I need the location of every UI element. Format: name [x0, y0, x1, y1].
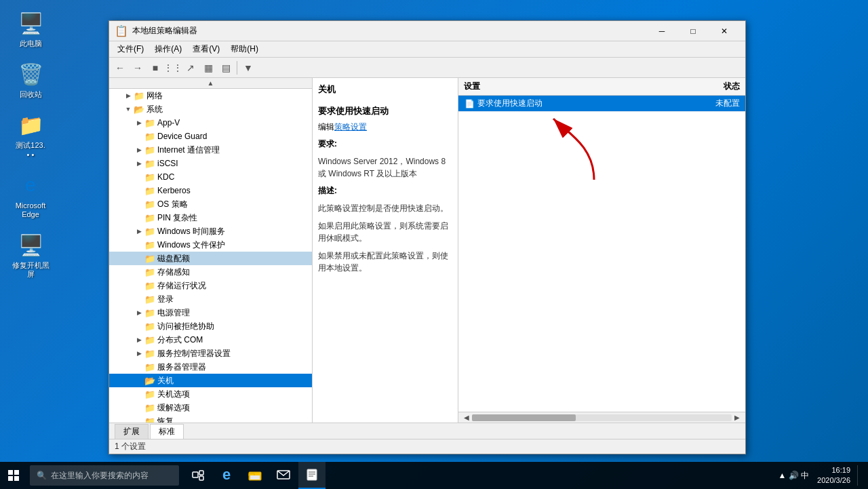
tree-toggle-dcom[interactable]: ▶ — [134, 334, 144, 345]
desktop-icon-folder-test[interactable]: 📁 测试123.• • — [7, 109, 54, 161]
middle-policy-link[interactable]: 策略设置 — [334, 122, 367, 132]
computer-icon: 🖥️ — [17, 9, 44, 37]
right-scrollbar[interactable]: ◀ ▶ — [458, 412, 745, 423]
tree-item-svcctrl[interactable]: ▶ 📁 服务控制管理器设置 — [109, 347, 312, 360]
maximize-button[interactable]: □ — [677, 21, 709, 41]
tree-toggle-network[interactable]: ▶ — [123, 90, 134, 101]
main-window: 📋 本地组策略编辑器 ─ □ ✕ 文件(F) 操作(A) 查看(V) 帮助(H)… — [108, 20, 746, 454]
view1-button[interactable]: ⋮⋮ — [165, 60, 181, 76]
tree-item-pin[interactable]: 📁 PIN 复杂性 — [109, 211, 312, 224]
tree-toggle-internet[interactable]: ▶ — [134, 144, 144, 155]
tree-item-winfileprotect[interactable]: 📁 Windows 文件保护 — [109, 238, 312, 252]
menu-view[interactable]: 查看(V) — [187, 42, 225, 56]
tree-item-recovery[interactable]: 📁 恢复 — [109, 414, 312, 423]
tree-item-iscsi[interactable]: ▶ 📁 iSCSI — [109, 157, 312, 170]
folder-icon-mitigate: 📁 — [144, 403, 155, 413]
up-button[interactable]: ■ — [147, 60, 163, 76]
scroll-right-button[interactable]: ▶ — [732, 412, 743, 423]
tree-toggle-powermgmt[interactable]: ▶ — [134, 307, 144, 318]
middle-edit-label: 编辑 — [318, 122, 334, 132]
desktop-icon-app[interactable]: 🖥️ 修复开机黑屏 — [7, 229, 54, 281]
taskbar-app-edge[interactable]: e — [213, 462, 240, 489]
tree-toggle-system[interactable]: ▼ — [123, 104, 134, 115]
svg-rect-2 — [14, 470, 19, 475]
folder-icon-appv: 📁 — [144, 118, 155, 128]
tree-scroll-up[interactable]: ▲ — [109, 78, 312, 89]
tree-item-shutdownopts[interactable]: 📁 关机选项 — [109, 387, 312, 401]
tree-item-internet[interactable]: ▶ 📁 Internet 通信管理 — [109, 143, 312, 157]
desktop-icon-edge[interactable]: e MicrosoftEdge — [7, 169, 54, 222]
tree-label-shutdownopts: 关机选项 — [157, 389, 190, 400]
middle-folder-name: 关机 — [318, 83, 452, 96]
right-table: 📄 要求使用快速启动 未配置 — [458, 96, 745, 412]
taskbar-search[interactable]: 🔍 在这里输入你要搜索的内容 — [30, 465, 179, 486]
desktop-icon-computer[interactable]: 🖥️ 此电脑 — [7, 7, 54, 51]
forward-button[interactable]: → — [130, 60, 146, 76]
svg-rect-6 — [199, 471, 203, 475]
tree-toggle-svcctrl[interactable]: ▶ — [134, 348, 144, 359]
menu-action[interactable]: 操作(A) — [149, 42, 187, 56]
app-icon: 🖥️ — [17, 231, 44, 258]
tree-item-dcom[interactable]: ▶ 📁 分布式 COM — [109, 333, 312, 347]
tree-item-servermgr[interactable]: 📁 服务器管理器 — [109, 360, 312, 374]
tree-item-system[interactable]: ▼ 📂 系统 — [109, 102, 312, 116]
view3-button[interactable]: ▤ — [218, 60, 234, 76]
export-button[interactable]: ↗ — [182, 60, 199, 76]
filter-button[interactable]: ▼ — [240, 60, 256, 76]
taskbar-tray-icons: ▲ 🔊 中 — [778, 470, 810, 482]
menu-file[interactable]: 文件(F) — [112, 42, 149, 56]
tree-item-shutdown[interactable]: 📂 关机 — [109, 374, 312, 387]
tree-label-dcom: 分布式 COM — [157, 334, 203, 346]
taskbar-app-explorer[interactable] — [241, 462, 269, 489]
tree-item-wintime[interactable]: ▶ 📁 Windows 时间服务 — [109, 224, 312, 238]
tree-item-login[interactable]: 📁 登录 — [109, 292, 312, 306]
close-button[interactable]: ✕ — [709, 21, 740, 41]
tree-item-powermgmt[interactable]: ▶ 📁 电源管理 — [109, 306, 312, 319]
tree-item-diskquota[interactable]: 📁 磁盘配额 — [109, 252, 312, 265]
taskbar-app-taskswitcher[interactable] — [184, 462, 212, 489]
tree-item-network[interactable]: ▶ 📁 网络 — [109, 89, 312, 102]
tree-item-ospolicy[interactable]: 📁 OS 策略 — [109, 197, 312, 211]
start-button[interactable] — [0, 462, 27, 489]
toolbar: ← → ■ ⋮⋮ ↗ ▦ ▤ ▼ — [109, 58, 745, 78]
tree-label-wintime: Windows 时间服务 — [157, 226, 225, 237]
right-row-fastboot[interactable]: 📄 要求使用快速启动 未配置 — [458, 96, 745, 112]
tree-item-appv[interactable]: ▶ 📁 App-V — [109, 116, 312, 130]
taskbar-show-desktop[interactable] — [857, 465, 861, 486]
tree-item-accessdenied[interactable]: 📁 访问被拒绝协助 — [109, 319, 312, 333]
window-controls: ─ □ ✕ — [646, 21, 740, 41]
tree-toggle-appv[interactable]: ▶ — [134, 117, 144, 128]
tab-expand[interactable]: 扩展 — [115, 424, 149, 439]
taskbar-datetime[interactable]: 16:19 2020/3/26 — [817, 465, 850, 486]
taskbar-apps: e — [184, 462, 326, 489]
taskbar-app-mail[interactable] — [270, 462, 297, 489]
minimize-button[interactable]: ─ — [646, 21, 677, 41]
tree-item-kdc[interactable]: 📁 KDC — [109, 170, 312, 184]
computer-label: 此电脑 — [20, 39, 42, 48]
taskbar: 🔍 在这里输入你要搜索的内容 e — [0, 462, 868, 489]
tree-panel[interactable]: ▲ ▶ 📁 网络 ▼ 📂 系统 ▶ 📁 App-V — [109, 78, 313, 423]
scrollbar-thumb[interactable] — [472, 414, 576, 421]
folder-test-label: 测试123.• • — [16, 141, 45, 159]
tree-item-kerberos[interactable]: 📁 Kerberos — [109, 184, 312, 197]
tree-label-iscsi: iSCSI — [157, 159, 178, 168]
edge-label: MicrosoftEdge — [16, 201, 46, 219]
scroll-left-button[interactable]: ◀ — [461, 412, 472, 423]
tree-label-svcctrl: 服务控制管理器设置 — [157, 348, 231, 359]
folder-icon-shutdown: 📂 — [144, 376, 155, 386]
tab-standard[interactable]: 标准 — [150, 424, 184, 439]
menu-help[interactable]: 帮助(H) — [225, 42, 264, 56]
tree-item-storage[interactable]: 📁 存储感知 — [109, 265, 312, 279]
tree-item-deviceguard[interactable]: 📁 Device Guard — [109, 130, 312, 143]
menubar: 文件(F) 操作(A) 查看(V) 帮助(H) — [109, 41, 745, 58]
desktop-icon-recycle[interactable]: 🗑️ 回收站 — [7, 58, 54, 102]
tree-item-storagestate[interactable]: 📁 存储运行状况 — [109, 279, 312, 292]
tree-toggle-iscsi[interactable]: ▶ — [134, 158, 144, 169]
taskbar-app-notepad[interactable] — [298, 462, 326, 489]
tree-item-mitigate[interactable]: 📁 缓解选项 — [109, 401, 312, 414]
tree-label-storagestate: 存储运行状况 — [157, 280, 206, 292]
tree-toggle-wintime[interactable]: ▶ — [134, 226, 144, 237]
back-button[interactable]: ← — [112, 60, 128, 76]
middle-description-text: 此策略设置控制是否使用快速启动。 — [318, 202, 452, 214]
view2-button[interactable]: ▦ — [200, 60, 216, 76]
